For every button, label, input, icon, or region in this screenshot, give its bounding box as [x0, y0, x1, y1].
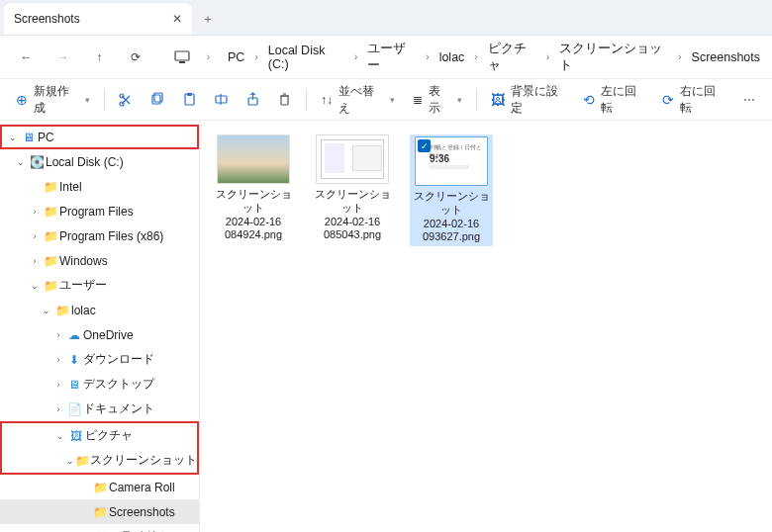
- svg-rect-5: [154, 93, 162, 102]
- thumb-time: 9:36: [430, 153, 449, 164]
- tree-label: OneDrive: [83, 328, 134, 342]
- expand-icon[interactable]: ›: [28, 231, 42, 241]
- browser-tab[interactable]: Screenshots ✕: [4, 3, 192, 35]
- expand-icon[interactable]: ›: [51, 380, 65, 390]
- expand-icon[interactable]: ›: [28, 207, 42, 217]
- tree-label: Camera Roll: [109, 481, 175, 494]
- up-button[interactable]: ↑: [83, 41, 116, 74]
- collapse-icon[interactable]: ⌄: [65, 456, 75, 466]
- tree-screenshots[interactable]: 📁 Screenshots: [0, 499, 199, 524]
- tree-users[interactable]: ⌄ 📁 ユーザー: [0, 273, 199, 298]
- chevron-icon: ›: [203, 51, 214, 62]
- collapse-icon[interactable]: ⌄: [28, 281, 42, 291]
- paste-button[interactable]: [174, 84, 204, 116]
- rotate-right-label: 右に回転: [680, 83, 724, 117]
- set-background-button[interactable]: 🖼 背景に設定: [483, 84, 574, 116]
- separator: [306, 89, 307, 111]
- sort-label: 並べ替え: [338, 83, 382, 117]
- rotate-right-button[interactable]: ⟳ 右に回転: [654, 84, 731, 116]
- separator: [104, 89, 105, 111]
- crumb-screenshots[interactable]: Screenshots: [690, 48, 762, 66]
- collapse-icon[interactable]: ⌄: [6, 133, 20, 142]
- new-label: 新規作成: [34, 83, 77, 117]
- set-background-label: 背景に設定: [511, 83, 566, 117]
- tree-onedrive[interactable]: › ☁ OneDrive: [0, 322, 199, 347]
- cloud-icon: ☁: [65, 328, 83, 342]
- forward-button[interactable]: →: [47, 41, 79, 74]
- more-button[interactable]: ⋯: [734, 84, 764, 116]
- tree-label: PC: [38, 131, 54, 144]
- new-button[interactable]: ⊕ 新規作成 ▾: [8, 84, 98, 116]
- tree-intel[interactable]: 📁 Intel: [0, 174, 199, 199]
- crumb-pc[interactable]: PC: [226, 48, 246, 66]
- crumb-disk[interactable]: Local Disk (C:): [266, 42, 346, 73]
- tree-label: Local Disk (C:): [46, 155, 124, 169]
- svg-rect-7: [187, 93, 192, 96]
- file-item[interactable]: スクリーンショット2024-02-16084924.png: [212, 134, 295, 242]
- thumbnail: [316, 134, 389, 184]
- tree-pc[interactable]: ⌄ 🖥 PC: [0, 125, 199, 149]
- copy-button[interactable]: [143, 84, 172, 116]
- chevron-icon: ›: [470, 51, 481, 62]
- desktop-icon: 🖥: [65, 378, 83, 392]
- tree-documents[interactable]: › 📄 ドキュメント: [0, 397, 199, 421]
- cut-button[interactable]: [111, 84, 141, 116]
- rotate-left-button[interactable]: ⟲ 左に回転: [575, 84, 652, 116]
- tree-label: Windows: [59, 254, 108, 268]
- tree-slideshow[interactable]: 📁 スライド ショー: [0, 524, 199, 532]
- chevron-icon: ›: [250, 51, 261, 62]
- tree-desktop[interactable]: › 🖥 デスクトップ: [0, 372, 199, 397]
- expand-icon[interactable]: ›: [51, 355, 65, 365]
- pc-icon: [166, 41, 199, 74]
- folder-icon: 📁: [53, 304, 71, 317]
- tree-program-files-x86[interactable]: › 📁 Program Files (x86): [0, 223, 199, 248]
- rename-button[interactable]: [206, 84, 236, 116]
- new-tab-button[interactable]: ＋: [192, 3, 224, 35]
- rotate-right-icon: ⟳: [662, 92, 674, 108]
- view-icon: ≣: [413, 93, 423, 107]
- content-pane[interactable]: スクリーンショット2024-02-16084924.png スクリーンショット2…: [200, 121, 772, 532]
- collapse-icon[interactable]: ⌄: [14, 157, 28, 167]
- tree-windows[interactable]: › 📁 Windows: [0, 248, 199, 273]
- folder-icon: 📁: [91, 481, 109, 494]
- tree-lolac[interactable]: ⌄ 📁 lolac: [0, 298, 199, 322]
- chevron-icon: ›: [422, 51, 433, 62]
- pictures-icon: 🖼: [67, 429, 85, 443]
- tree-pictures[interactable]: ⌄ 🖼 ピクチャ: [2, 423, 197, 448]
- crumb-users[interactable]: ユーザー: [365, 39, 418, 76]
- tree-disk[interactable]: ⌄ 💽 Local Disk (C:): [0, 149, 199, 174]
- plus-circle-icon: ⊕: [16, 92, 28, 108]
- delete-button[interactable]: [270, 84, 300, 116]
- crumb-pictures[interactable]: ピクチャ: [486, 39, 538, 76]
- sort-button[interactable]: ↑↓ 並べ替え ▾: [313, 84, 403, 116]
- file-item-selected[interactable]: ✓ 列幅と登録 / 日付と時刻 9:36 スクリーンショット2024-02-16…: [410, 134, 493, 246]
- refresh-button[interactable]: ⟳: [120, 41, 152, 74]
- folder-icon: 📁: [42, 180, 59, 194]
- tree-camera-roll[interactable]: 📁 Camera Roll: [0, 475, 199, 499]
- tree-screenshot-jp[interactable]: ⌄ 📁 スクリーンショット: [2, 448, 197, 473]
- expand-icon[interactable]: ›: [51, 330, 65, 340]
- tree-label: スクリーンショット: [90, 452, 197, 469]
- tree-label: スライド ショー: [109, 528, 195, 532]
- share-button[interactable]: [239, 84, 268, 116]
- file-item[interactable]: スクリーンショット2024-02-16085043.png: [311, 134, 394, 242]
- main-area: ⌄ 🖥 PC ⌄ 💽 Local Disk (C:) 📁 Intel › 📁 P…: [0, 121, 772, 532]
- collapse-icon[interactable]: ⌄: [40, 306, 53, 315]
- tab-title: Screenshots: [14, 12, 80, 26]
- close-icon[interactable]: ✕: [172, 12, 182, 26]
- breadcrumb[interactable]: PC› Local Disk (C:)› ユーザー› lolac› ピクチャ› …: [226, 39, 762, 76]
- tree-downloads[interactable]: › ⬇ ダウンロード: [0, 347, 199, 372]
- chevron-down-icon: ▾: [457, 95, 462, 105]
- crumb-screenshot[interactable]: スクリーンショット: [557, 39, 670, 76]
- expand-icon[interactable]: ›: [28, 256, 42, 266]
- crumb-lolac[interactable]: lolac: [437, 48, 467, 66]
- back-button[interactable]: ←: [10, 41, 43, 74]
- svg-rect-4: [152, 95, 160, 104]
- chevron-down-icon: ▾: [390, 95, 395, 105]
- svg-rect-0: [175, 51, 189, 60]
- sort-icon: ↑↓: [321, 93, 333, 107]
- collapse-icon[interactable]: ⌄: [53, 431, 67, 441]
- expand-icon[interactable]: ›: [51, 404, 65, 414]
- view-button[interactable]: ≣ 表示 ▾: [405, 84, 470, 116]
- tree-program-files[interactable]: › 📁 Program Files: [0, 199, 199, 223]
